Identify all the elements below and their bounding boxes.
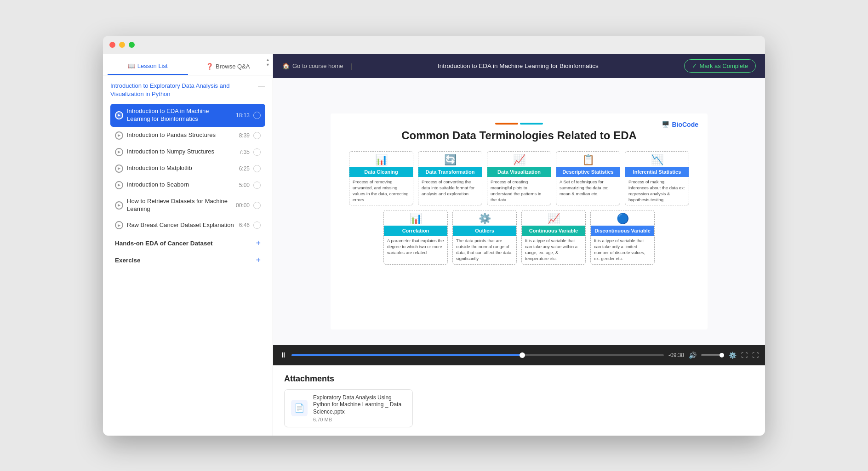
card-header-1: Data Transformation: [418, 167, 482, 177]
card-icon-7: 📈: [522, 210, 585, 226]
slide-accent-bar: [495, 123, 543, 125]
topbar-course-title: Introduction to EDA in Machine Learning …: [360, 62, 676, 69]
scroll-down-btn[interactable]: ▼: [266, 63, 270, 67]
card-data-transformation: 🔄 Data Transformation Process of convert…: [418, 151, 482, 205]
lesson-item-2[interactable]: ▶ Introduction to Numpy Structures 7:35: [110, 144, 265, 160]
play-icon-4: ▶: [115, 181, 123, 189]
lesson-duration-6: 6:46: [239, 222, 250, 228]
card-header-6: Outliers: [453, 226, 516, 236]
settings-icon[interactable]: ⚙️: [729, 352, 737, 359]
progress-bar[interactable]: [291, 354, 664, 356]
monitor-icon: 🖥️: [662, 121, 669, 128]
card-body-6: The data points that are outside the nor…: [453, 236, 516, 264]
section-header-1[interactable]: Exercise +: [110, 251, 265, 268]
card-icon-4: 📉: [625, 152, 689, 167]
lesson-item-4[interactable]: ▶ Introduction to Seaborn 5:00: [110, 177, 265, 193]
card-outliers: ⚙️ Outliers The data points that are out…: [452, 210, 517, 264]
card-icon-3: 📋: [556, 152, 620, 167]
lesson-duration-3: 6:25: [239, 165, 250, 172]
video-frame: 🖥️ BioCode Common Data Terminologies Rel…: [273, 78, 765, 365]
topbar-divider: |: [351, 62, 353, 70]
lesson-circle-6: [253, 221, 261, 229]
lesson-duration-5: 00:00: [236, 202, 250, 209]
lesson-name-6: Raw Breast Cancer Dataset Explanation: [127, 221, 235, 229]
card-data-cleaning: 📊 Data Cleaning Process of removing unwa…: [349, 151, 413, 205]
card-discontinuous: 🔵 Discontinuous Variable It is a type of…: [590, 210, 655, 264]
top-bar: 🏠 Go to course home | Introduction to ED…: [273, 54, 765, 78]
video-controls: ⏸ -09:38 🔊 ⚙️ ⛶ ⛶: [273, 345, 765, 365]
play-icon-5: ▶: [115, 201, 123, 210]
card-data-visualization: 📈 Data Visualization Process of creating…: [487, 151, 551, 205]
card-icon-2: 📈: [487, 152, 551, 167]
fullscreen-icon[interactable]: ⛶: [752, 352, 759, 359]
book-icon: 📖: [128, 62, 135, 69]
lesson-circle-2: [253, 148, 261, 156]
qa-icon: ❓: [206, 63, 213, 70]
go-home-link[interactable]: 🏠 Go to course home: [282, 62, 343, 69]
lesson-circle-3: [253, 165, 261, 172]
card-header-7: Continuous Variable: [522, 226, 585, 236]
time-display: -09:38: [668, 352, 684, 358]
attachment-card[interactable]: 📄 Exploratory Data Analysis Using Python…: [284, 389, 413, 427]
card-icon-1: 🔄: [418, 152, 482, 167]
section-header-0[interactable]: Hands-on EDA of Cancer Dataset +: [110, 234, 265, 251]
card-body-7: It is a type of variable that can take a…: [522, 236, 585, 264]
scroll-buttons: ▲ ▼: [266, 58, 270, 67]
titlebar: [103, 36, 765, 54]
video-container: 🖥️ BioCode Common Data Terminologies Rel…: [273, 78, 765, 365]
tab-browse-qa[interactable]: ❓ Browse Q&A: [188, 59, 268, 75]
section-expand-1[interactable]: +: [256, 255, 261, 265]
sidebar-course-title: Introduction to Exploratory Data Analysi…: [110, 82, 258, 98]
pause-button[interactable]: ⏸: [280, 351, 287, 359]
card-icon-0: 📊: [349, 152, 413, 167]
tab-lesson-list[interactable]: 📖 Lesson List: [108, 59, 188, 75]
sidebar-tabs: 📖 Lesson List ❓ Browse Q&A ▲ ▼: [103, 54, 273, 75]
section-expand-0[interactable]: +: [256, 238, 261, 248]
card-icon-8: 🔵: [591, 210, 654, 226]
lesson-circle-1: [253, 132, 261, 139]
lesson-item-5[interactable]: ▶ How to Retrieve Datasets for Machine L…: [110, 194, 265, 217]
mark-complete-button[interactable]: ✓ Mark as Complete: [684, 59, 756, 73]
card-continuous: 📈 Continuous Variable It is a type of va…: [521, 210, 586, 264]
play-icon-1: ▶: [115, 131, 123, 140]
cards-row-1: 📊 Data Cleaning Process of removing unwa…: [349, 151, 689, 205]
minimize-dot[interactable]: [119, 42, 125, 48]
lesson-duration-active: 18:13: [236, 112, 250, 119]
volume-bar[interactable]: [701, 354, 724, 356]
attachment-size: 6.70 MB: [313, 417, 406, 422]
lesson-item-1[interactable]: ▶ Introduction to Pandas Structures 8:39: [110, 128, 265, 143]
course-title-row: Introduction to Exploratory Data Analysi…: [110, 82, 265, 99]
lesson-circle-5: [253, 202, 261, 209]
card-body-0: Process of removing unwanted, and missin…: [349, 177, 413, 205]
lesson-duration-1: 8:39: [239, 132, 250, 139]
lesson-item-6[interactable]: ▶ Raw Breast Cancer Dataset Explanation …: [110, 217, 265, 233]
card-inferential-stats: 📉 Inferential Statistics Process of maki…: [625, 151, 689, 205]
pip-icon[interactable]: ⛶: [741, 352, 748, 359]
card-body-4: Process of making inferences about the d…: [625, 177, 689, 205]
card-header-0: Data Cleaning: [349, 167, 413, 177]
file-icon: 📄: [291, 400, 308, 416]
content-area: 🏠 Go to course home | Introduction to ED…: [273, 54, 765, 436]
close-dot[interactable]: [109, 42, 115, 48]
app-window: 📖 Lesson List ❓ Browse Q&A ▲ ▼ Introduct…: [103, 36, 765, 436]
lesson-name-4: Introduction to Seaborn: [127, 181, 235, 189]
card-icon-5: 📊: [384, 210, 447, 226]
lesson-name-3: Introduction to Matplotlib: [127, 165, 235, 172]
card-correlation: 📊 Correlation A parameter that explains …: [383, 210, 448, 264]
card-header-3: Descriptive Statistics: [556, 167, 620, 177]
lesson-duration-4: 5:00: [239, 182, 250, 188]
maximize-dot[interactable]: [129, 42, 135, 48]
attachments-title: Attachments: [284, 374, 754, 384]
lesson-duration-2: 7:35: [239, 149, 250, 155]
lesson-item-3[interactable]: ▶ Introduction to Matplotlib 6:25: [110, 161, 265, 176]
play-icon: ▶: [115, 111, 123, 119]
lesson-name-5: How to Retrieve Datasets for Machine Lea…: [127, 198, 232, 213]
attachment-filename: Exploratory Data Analysis Using Python f…: [313, 394, 406, 416]
card-header-2: Data Visualization: [487, 167, 551, 177]
accent-line-orange: [495, 123, 518, 125]
scroll-up-btn[interactable]: ▲: [266, 58, 270, 62]
home-icon: 🏠: [282, 62, 290, 69]
collapse-btn[interactable]: —: [258, 82, 265, 90]
volume-icon[interactable]: 🔊: [689, 352, 697, 359]
lesson-item-active[interactable]: ▶ Introduction to EDA in Machine Learnin…: [110, 104, 265, 127]
